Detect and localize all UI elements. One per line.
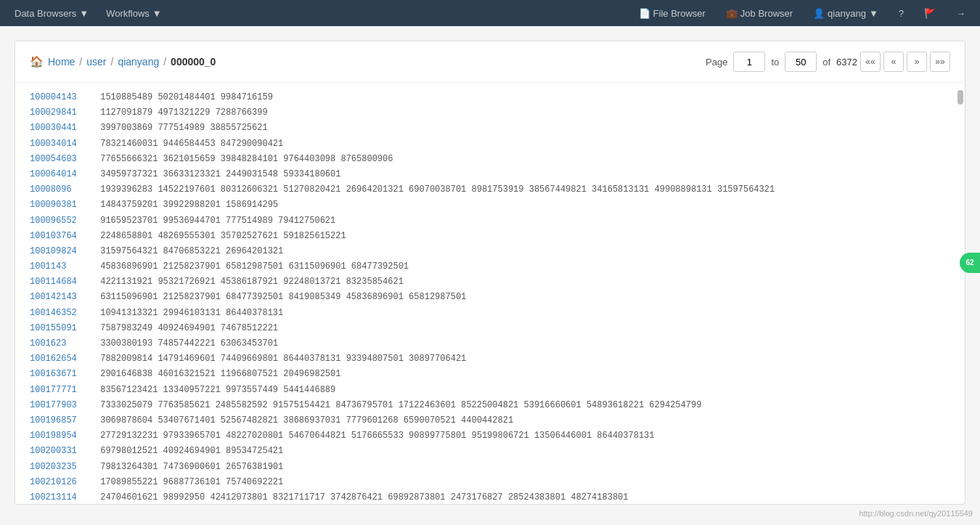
row-id: 10008096 <box>30 183 95 197</box>
total-pages: 6372 <box>836 57 857 68</box>
of-label: of <box>822 57 830 68</box>
row-data: 17089855221 96887736101 75740692221 <box>95 477 283 487</box>
row-id: 100103764 <box>30 229 95 243</box>
breadcrumb: 🏠 Home / user / qianyang / 000000_0 <box>30 55 216 68</box>
breadcrumb-sep-3: / <box>163 56 166 68</box>
row-id: 100146352 <box>30 306 95 320</box>
table-row: 100146352 10941313321 29946103131 864403… <box>30 306 950 321</box>
file-browser-label: File Browser <box>653 8 706 19</box>
row-data: 63115096901 21258237901 68477392501 8419… <box>95 292 466 302</box>
logout-icon: → <box>956 8 965 19</box>
nav-logout[interactable]: → <box>949 5 973 22</box>
nav-flag[interactable]: 🚩 <box>917 5 943 22</box>
table-row: 100213114 24704601621 98992950 424120738… <box>30 490 950 504</box>
breadcrumb-sep-1: / <box>79 56 82 68</box>
page-label: Page <box>706 57 727 68</box>
breadcrumb-user[interactable]: user <box>86 56 106 68</box>
table-row: 100142143 63115096901 21258237901 684773… <box>30 290 950 305</box>
navbar-right: 📄 File Browser 💼 Job Browser 👤 qianyang … <box>632 5 973 22</box>
data-container: 100004143 1510885489 50201484401 9984716… <box>15 83 965 504</box>
user-label: qianyang <box>828 8 866 19</box>
row-data: 83567123421 13340957221 9973557449 54414… <box>95 385 335 395</box>
table-row: 100200331 69798012521 40924694901 895347… <box>30 444 950 459</box>
row-data: 77655666321 3621015659 39848284101 97644… <box>95 154 393 164</box>
row-data: 3300380193 74857442221 63063453701 <box>95 338 278 349</box>
nav-file-browser[interactable]: 📄 File Browser <box>632 5 713 22</box>
row-id: 100213114 <box>30 491 95 504</box>
navbar-left: Data Browsers ▼ Workflows ▼ <box>7 5 169 22</box>
row-data: 78321460031 9446584453 847290090421 <box>95 139 283 149</box>
row-data: 91659523701 99536944701 777514989 794127… <box>95 216 335 226</box>
table-row: 100155091 7587983249 40924694901 7467851… <box>30 321 950 336</box>
row-data: 2248658801 48269555301 35702527621 59182… <box>95 231 346 241</box>
row-data: 24704601621 98992950 42412073801 8321711… <box>95 492 629 502</box>
nav-workflows[interactable]: Workflows ▼ <box>99 5 169 22</box>
page-first-button[interactable]: «« <box>860 52 881 72</box>
job-browser-icon: 💼 <box>726 8 738 19</box>
row-data: 34959737321 36633123321 2449031548 59334… <box>95 169 340 179</box>
page-to-input[interactable] <box>785 52 817 72</box>
nav-help[interactable]: ? <box>891 5 911 22</box>
page-prev-button[interactable]: « <box>883 52 904 72</box>
row-data: 2901646838 46016321521 11966807521 20496… <box>95 369 340 379</box>
help-icon: ? <box>899 8 904 19</box>
row-data: 7882009814 14791469601 74409669801 86440… <box>95 354 466 364</box>
row-data: 14843759201 39922988201 1586914295 <box>95 200 278 210</box>
job-browser-label: Job Browser <box>740 8 793 19</box>
file-browser-icon: 📄 <box>639 8 650 19</box>
table-row: 100177903 7333025079 7763585621 24855825… <box>30 398 950 413</box>
table-row: 100029841 1127091879 4971321229 72887663… <box>30 105 950 121</box>
side-badge[interactable]: 62 <box>960 253 980 273</box>
table-row: 100034014 78321460031 9446584453 8472900… <box>30 137 950 152</box>
row-id: 100029841 <box>30 106 95 120</box>
page-next-button[interactable]: » <box>907 52 927 72</box>
row-id: 100203235 <box>30 460 95 474</box>
row-id: 100096552 <box>30 214 95 228</box>
to-label: to <box>771 57 779 68</box>
table-row: 1001143 45836896901 21258237901 65812987… <box>30 259 950 274</box>
row-id: 100030441 <box>30 121 95 135</box>
top-bar: 🏠 Home / user / qianyang / 000000_0 Page… <box>15 41 965 83</box>
row-id: 100034014 <box>30 137 95 151</box>
row-data: 7333025079 7763585621 2485582592 9157515… <box>95 400 701 410</box>
row-id: 100054603 <box>30 152 95 166</box>
row-data: 1939396283 14522197601 80312606321 51270… <box>95 184 775 195</box>
row-id: 100090381 <box>30 198 95 212</box>
breadcrumb-qianyang[interactable]: qianyang <box>118 56 159 68</box>
table-row: 100177771 83567123421 13340957221 997355… <box>30 383 950 398</box>
table-row: 100103764 2248658801 48269555301 3570252… <box>30 229 950 244</box>
breadcrumb-current: 000000_0 <box>171 56 216 68</box>
nav-data-browsers[interactable]: Data Browsers ▼ <box>7 5 96 22</box>
scrollbar-indicator[interactable] <box>957 90 963 105</box>
page-last-button[interactable]: »» <box>930 52 950 72</box>
page-number-input[interactable] <box>733 52 765 72</box>
row-data: 10941313321 29946103131 86440378131 <box>95 308 283 318</box>
row-id: 100109824 <box>30 245 95 259</box>
table-row: 100109824 31597564321 84706853221 269642… <box>30 244 950 259</box>
table-row: 100196857 3069878604 53407671401 5256748… <box>30 413 950 428</box>
top-navbar: Data Browsers ▼ Workflows ▼ 📄 File Brows… <box>0 0 980 26</box>
breadcrumb-home[interactable]: Home <box>48 56 75 68</box>
row-id: 100177771 <box>30 383 95 397</box>
flag-icon: 🚩 <box>924 8 936 19</box>
row-id: 1001143 <box>30 260 95 274</box>
content-area: 🏠 Home / user / qianyang / 000000_0 Page… <box>15 41 965 505</box>
row-data: 1510885489 50201484401 9984716159 <box>95 92 273 102</box>
row-data: 3997003869 777514989 38855725621 <box>95 123 268 133</box>
table-row: 100210126 17089855221 96887736101 757406… <box>30 475 950 490</box>
row-data: 79813264301 74736900601 26576381901 <box>95 462 283 472</box>
table-row: 100064014 34959737321 36633123321 244903… <box>30 167 950 182</box>
user-arrow: ▼ <box>869 8 878 19</box>
row-id: 100177903 <box>30 399 95 412</box>
nav-job-browser[interactable]: 💼 Job Browser <box>719 5 800 22</box>
row-id: 100198954 <box>30 429 95 443</box>
table-row: 100162654 7882009814 14791469601 7440966… <box>30 351 950 367</box>
row-id: 100064014 <box>30 168 95 182</box>
nav-user-menu[interactable]: 👤 qianyang ▼ <box>806 5 886 22</box>
row-id: 100200331 <box>30 444 95 458</box>
table-row: 100114684 4221131921 95321726921 4538618… <box>30 274 950 290</box>
row-data: 7587983249 40924694901 74678512221 <box>95 323 278 333</box>
row-id: 100114684 <box>30 275 95 289</box>
user-icon: 👤 <box>813 8 825 19</box>
data-browsers-label: Data Browsers <box>15 8 76 19</box>
